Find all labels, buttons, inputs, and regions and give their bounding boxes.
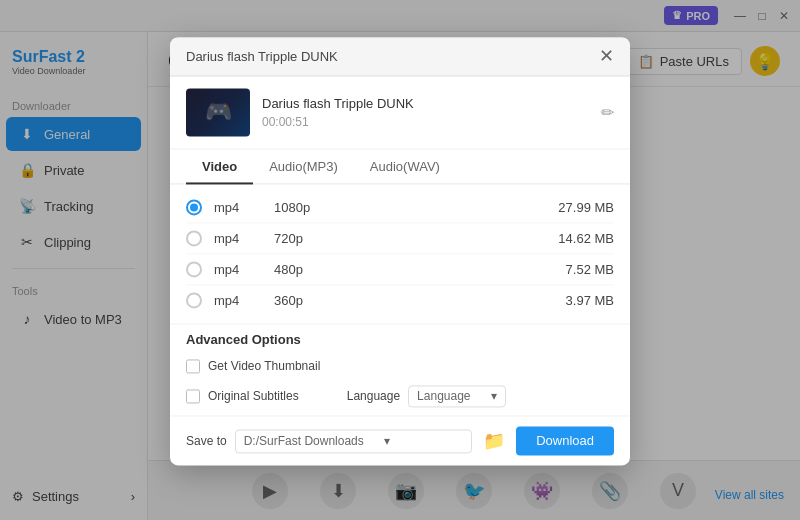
video-meta: Darius flash Tripple DUNK 00:00:51 [262, 96, 589, 129]
language-placeholder: Language [417, 389, 470, 403]
format-quality-1: 1080p [274, 200, 354, 215]
download-dialog: Darius flash Tripple DUNK ✕ 🎮 Darius fla… [170, 37, 630, 465]
format-option-720p[interactable]: mp4 720p 14.62 MB [186, 223, 614, 254]
format-tab-wav[interactable]: Audio(WAV) [354, 149, 456, 184]
subtitle-option-row: Original Subtitles Language Language ▾ [186, 381, 614, 411]
advanced-section: Advanced Options Get Video Thumbnail Ori… [170, 323, 630, 415]
dialog-close-button[interactable]: ✕ [599, 47, 614, 65]
download-button[interactable]: Download [516, 426, 614, 455]
format-size-3: 7.52 MB [566, 262, 614, 277]
save-path-selector[interactable]: D:/SurFast Downloads ▾ [235, 429, 472, 453]
save-path-text: D:/SurFast Downloads [244, 434, 364, 448]
edit-icon[interactable]: ✏ [601, 103, 614, 122]
format-option-480p[interactable]: mp4 480p 7.52 MB [186, 254, 614, 285]
format-quality-3: 480p [274, 262, 354, 277]
save-to-label: Save to [186, 434, 227, 448]
format-size-1: 27.99 MB [558, 200, 614, 215]
language-select[interactable]: Language ▾ [408, 385, 505, 407]
chevron-down-icon: ▾ [491, 389, 497, 403]
format-size-4: 3.97 MB [566, 293, 614, 308]
language-field-label: Language [347, 389, 400, 403]
thumb-char: 🎮 [205, 99, 232, 125]
format-type-3: mp4 [214, 262, 274, 277]
format-options: mp4 1080p 27.99 MB mp4 720p 14.62 MB mp4… [170, 184, 630, 323]
radio-1080p[interactable] [186, 199, 202, 215]
thumb-overlay: 🎮 [186, 88, 250, 136]
format-option-1080p[interactable]: mp4 1080p 27.99 MB [186, 192, 614, 223]
format-tab-video[interactable]: Video [186, 149, 253, 184]
format-quality-4: 360p [274, 293, 354, 308]
dialog-header: Darius flash Tripple DUNK ✕ [170, 37, 630, 76]
folder-icon: 📁 [483, 430, 505, 452]
format-option-360p[interactable]: mp4 360p 3.97 MB [186, 285, 614, 315]
format-type-2: mp4 [214, 231, 274, 246]
thumbnail-label: Get Video Thumbnail [208, 359, 320, 373]
radio-720p[interactable] [186, 230, 202, 246]
chevron-down-icon-path: ▾ [384, 434, 390, 448]
thumbnail-option-row: Get Video Thumbnail [186, 355, 614, 377]
format-type-1: mp4 [214, 200, 274, 215]
folder-browse-button[interactable]: 📁 [480, 427, 508, 455]
format-tabs: Video Audio(MP3) Audio(WAV) [170, 149, 630, 184]
video-name: Darius flash Tripple DUNK [262, 96, 589, 111]
format-size-2: 14.62 MB [558, 231, 614, 246]
radio-360p[interactable] [186, 292, 202, 308]
format-quality-2: 720p [274, 231, 354, 246]
video-duration: 00:00:51 [262, 115, 589, 129]
subtitle-checkbox[interactable] [186, 389, 200, 403]
subtitle-label: Original Subtitles [208, 389, 299, 403]
thumbnail-checkbox[interactable] [186, 359, 200, 373]
video-info: 🎮 Darius flash Tripple DUNK 00:00:51 ✏ [170, 76, 630, 149]
radio-480p[interactable] [186, 261, 202, 277]
advanced-title: Advanced Options [186, 332, 614, 347]
format-tab-mp3[interactable]: Audio(MP3) [253, 149, 354, 184]
video-thumbnail: 🎮 [186, 88, 250, 136]
format-type-4: mp4 [214, 293, 274, 308]
dialog-title: Darius flash Tripple DUNK [186, 49, 338, 64]
dialog-footer: Save to D:/SurFast Downloads ▾ 📁 Downloa… [170, 415, 630, 465]
